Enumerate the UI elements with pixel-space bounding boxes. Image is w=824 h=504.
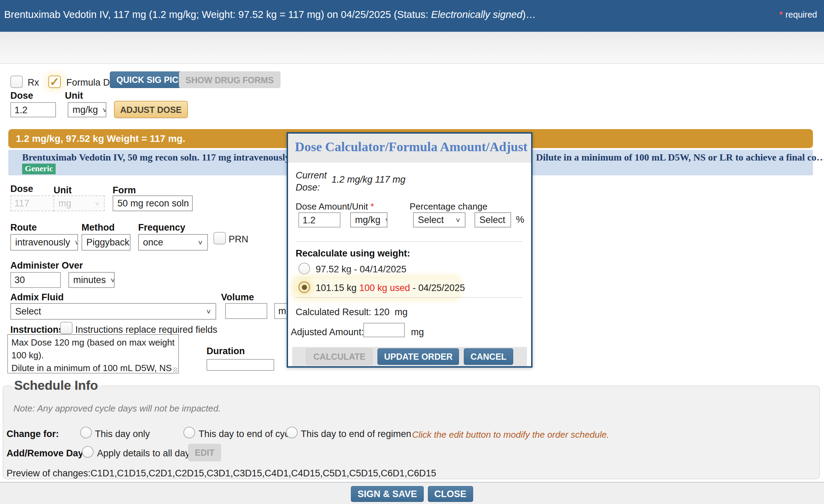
generic-badge: Generic (22, 164, 56, 174)
current-dose-value: 1.2 mg/kg 117 mg (332, 174, 405, 185)
change-option-end-regimen-radio[interactable] (286, 427, 298, 438)
calculate-button[interactable]: CALCULATE (306, 348, 373, 365)
dialog-divider (296, 297, 523, 298)
method-select-value: Piggyback (86, 237, 130, 248)
drug-summary-left: Brentuximab Vedotin IV, 50 mg recon soln… (22, 152, 306, 163)
instructions-replace-checkbox[interactable] (60, 322, 73, 334)
order-page: Brentuximab Vedotin IV, 117 mg (1.2 mg/k… (0, 0, 824, 504)
page-title-status: Electronically signed (431, 9, 522, 20)
window-title-bar: Brentuximab Vedotin IV, 117 mg (1.2 mg/k… (0, 0, 824, 32)
chevron-down-icon: ∨ (385, 216, 387, 224)
admix-fluid-select[interactable]: Select∨ (10, 303, 216, 320)
unit-label: Unit (65, 90, 83, 101)
percentage-direction-value: Select (418, 215, 444, 225)
route-select[interactable]: intravenously∨ (10, 234, 78, 251)
change-option-end-regimen-label: This day to end of regimen (301, 429, 411, 439)
prn-checkbox[interactable] (213, 232, 226, 244)
toolbar-strip (0, 32, 824, 64)
route-label: Route (10, 222, 37, 233)
form-select[interactable]: 50 mg recon soln∨ (113, 195, 193, 211)
form-select-value: 50 mg recon soln (117, 198, 189, 209)
dialog-dose-amount-input[interactable]: 1.2 (298, 212, 341, 227)
required-asterisk: * (779, 10, 783, 19)
preview-of-changes-row: Preview of changes:C1D1,C1D15,C2D1,C2D15… (7, 468, 436, 479)
dose-input[interactable]: 1.2 (10, 102, 56, 117)
cancel-button[interactable]: CANCEL (464, 348, 513, 365)
weight-option2-radio[interactable] (298, 281, 310, 293)
schedule-info-legend: Schedule Info (11, 378, 102, 393)
page-title-end: )… (523, 9, 536, 20)
current-dose-label: Current Dose: (296, 169, 330, 194)
unit-select-value: mg/kg (73, 105, 98, 115)
method-select[interactable]: Piggyback∨ (82, 234, 131, 251)
dialog-title: Dose Calculator/Formula Amount/Adjust (295, 139, 527, 154)
administer-over-label: Administer Over (10, 260, 83, 271)
adjust-dose-button[interactable]: ADJUST DOSE (114, 101, 188, 118)
sign-save-button[interactable]: SIGN & SAVE (351, 486, 423, 502)
chevron-down-icon: ∨ (455, 216, 461, 224)
change-option-end-cycle-label: This day to end of cycle (199, 429, 297, 439)
adjusted-amount-label: Adjusted Amount: (291, 327, 364, 338)
admix-fluid-value: Select (15, 306, 41, 317)
schedule-note: Note: Any approved cycle days will not b… (13, 403, 221, 414)
rx-label: Rx (28, 77, 39, 88)
calculated-result-row: Calculated Result: 120 mg (296, 307, 408, 318)
method-label: Method (82, 222, 115, 233)
dose2-input-disabled: 117 (10, 195, 60, 211)
required-label: required (785, 10, 817, 19)
administer-over-input[interactable]: 30 (10, 272, 61, 288)
frequency-label: Frequency (138, 222, 185, 233)
generic-badge-wrap: Generic (22, 164, 56, 174)
instructions-replace-label: Instructions replace required fields (75, 324, 217, 335)
change-option-this-day-radio[interactable] (80, 427, 92, 438)
dose-amount-unit-label: Dose Amount/Unit * (296, 201, 374, 212)
dose-label: Dose (10, 90, 33, 101)
update-order-button[interactable]: UPDATE ORDER (377, 348, 459, 365)
prn-label: PRN (229, 234, 248, 245)
calculated-result-unit: mg (395, 307, 408, 317)
rx-checkbox[interactable] (10, 76, 23, 88)
instructions-textarea[interactable]: Max Dose 120 mg (based on max weight 100… (7, 334, 179, 374)
schedule-info-section: Schedule Info Note: Any approved cycle d… (3, 378, 820, 479)
dialog-required-asterisk: * (371, 201, 374, 212)
dialog-dose-unit-select[interactable]: mg/kg∨ (350, 212, 387, 227)
duration-input[interactable] (207, 359, 274, 371)
apply-all-days-radio[interactable] (82, 446, 94, 458)
preview-of-changes-label: Preview of changes: (7, 468, 90, 478)
change-option-end-cycle-radio[interactable] (183, 427, 195, 438)
route-select-value: intravenously (15, 237, 70, 248)
dialog-dose-unit-value: mg/kg (355, 215, 381, 225)
drug-summary-right: Dilute in a minimum of 100 mL D5W, NS or… (536, 152, 824, 163)
unit2-select-disabled: mg∨ (54, 195, 105, 211)
volume-label: Volume (221, 292, 254, 303)
unit2-select-value: mg (58, 198, 71, 209)
form-label: Form (113, 185, 136, 196)
preview-of-changes-value: C1D1,C1D15,C2D1,C2D15,C3D1,C3D15,C4D1,C4… (90, 468, 436, 478)
weight-option2-red: 100 kg used (359, 283, 410, 293)
weight-option1-radio[interactable] (298, 263, 310, 274)
adjusted-amount-input[interactable] (363, 323, 405, 337)
adjusted-amount-unit: mg (411, 327, 424, 338)
bottom-button-group: SIGN & SAVE CLOSE (0, 486, 824, 502)
instructions-label: Instructions (10, 324, 64, 335)
page-title-main: Brentuximab Vedotin IV, 117 mg (1.2 mg/k… (4, 9, 431, 20)
chevron-down-icon: ∨ (74, 239, 78, 246)
frequency-select[interactable]: once∨ (138, 234, 208, 251)
close-button[interactable]: CLOSE (428, 486, 473, 502)
edit-button[interactable]: EDIT (188, 444, 221, 461)
percentage-direction-select[interactable]: Select∨ (413, 212, 466, 227)
unit-select[interactable]: mg/kg∨ (68, 102, 106, 117)
textarea-resize-handle[interactable] (173, 367, 178, 372)
calculated-result-value: 120 (374, 307, 390, 317)
weight-option2-suffix: - 04/25/2025 (413, 283, 465, 293)
dialog-footer: CALCULATE UPDATE ORDER CANCEL (292, 347, 527, 366)
administer-unit-select[interactable]: minutes∨ (68, 272, 115, 288)
chevron-down-icon: ∨ (206, 308, 211, 315)
formula-dose-checkbox[interactable]: ✓ (48, 76, 61, 88)
calculated-result-label: Calculated Result: (296, 307, 371, 317)
percentage-amount-select[interactable]: Select∨ (475, 212, 511, 227)
unit2-label: Unit (54, 185, 71, 196)
volume-input[interactable] (225, 303, 267, 319)
show-drug-forms-button[interactable]: SHOW DRUG FORMS (179, 71, 280, 88)
dialog-divider (296, 241, 523, 242)
